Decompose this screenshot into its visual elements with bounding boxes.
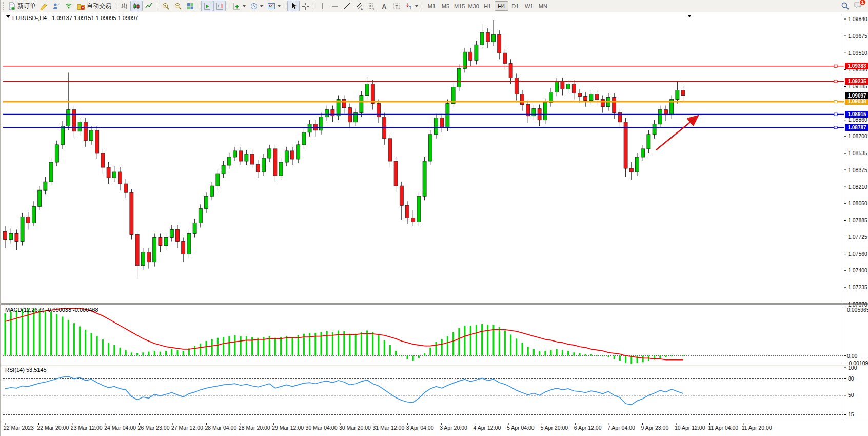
timeframe-h1-button[interactable]: H1	[481, 1, 495, 11]
price-tick-label: 1.09675	[848, 33, 867, 39]
candle	[584, 97, 587, 101]
indicators-caret-icon	[243, 5, 246, 7]
toolbar-grip[interactable]	[3, 2, 4, 10]
candle	[95, 130, 99, 153]
new-order-label: 新订单	[17, 2, 36, 10]
chart-menu-arrow-icon[interactable]	[6, 15, 10, 18]
rsi-line	[5, 376, 683, 405]
search-icon[interactable]	[841, 2, 850, 10]
line-handle[interactable]	[834, 100, 837, 103]
candle	[124, 184, 128, 192]
candle	[589, 94, 593, 101]
profiles-button[interactable]	[50, 1, 63, 11]
toolbar-separator	[422, 2, 423, 10]
horizontal-line-icon	[331, 2, 339, 10]
vertical-line-button[interactable]	[317, 1, 329, 11]
line-handle[interactable]	[834, 65, 837, 67]
candlestick-icon	[132, 2, 141, 10]
auto-trading-button[interactable]: 自动交易	[75, 1, 113, 11]
horizontal-line-button[interactable]	[329, 1, 341, 11]
chart-shift-button[interactable]	[213, 1, 226, 11]
time-label: 27 Mar 12:00	[171, 425, 203, 431]
text-button[interactable]: A	[378, 1, 390, 11]
arrows-button[interactable]	[403, 1, 420, 11]
cursor-button[interactable]	[287, 1, 300, 11]
trendline-icon	[343, 2, 351, 10]
timeframe-h4-button[interactable]: H4	[495, 1, 508, 11]
notification-badge: 1	[859, 0, 866, 6]
fibonacci-button[interactable]: F	[366, 1, 378, 11]
candle	[555, 82, 559, 92]
time-label: 28 Mar 04:00	[205, 425, 236, 431]
svg-text:E: E	[361, 7, 363, 10]
zoom-in-button[interactable]	[160, 1, 172, 11]
rsi-indicator-label: RSI(14) 53.5145	[5, 367, 47, 373]
time-label: 9 Apr 23:00	[641, 425, 669, 431]
timeframe-m5-button[interactable]: M5	[439, 1, 452, 11]
rsi-tick-label: 50	[848, 392, 854, 398]
candle	[388, 139, 392, 161]
candle	[199, 208, 202, 223]
zoom-in-icon	[162, 2, 170, 10]
line-chart-button[interactable]	[143, 1, 155, 11]
line-handle[interactable]	[834, 126, 837, 129]
templates-button[interactable]	[265, 1, 283, 11]
chart-ohlc-values: 1.09137 1.09151 1.09095 1.09097	[52, 15, 138, 21]
toolbar-separator	[115, 2, 116, 10]
tile-windows-button[interactable]	[184, 1, 196, 11]
trendline-button[interactable]	[341, 1, 353, 11]
candle	[480, 32, 484, 45]
time-label: 4 Apr 12:00	[474, 425, 501, 431]
timeframe-m30-button[interactable]: M30	[466, 1, 480, 11]
equidistant-channel-button[interactable]: E	[353, 1, 366, 11]
line-handle[interactable]	[834, 80, 837, 83]
toolbar-separator	[228, 2, 228, 10]
candle	[32, 206, 36, 223]
periods-button[interactable]	[248, 1, 265, 11]
time-label: 23 Mar 12:00	[71, 425, 103, 431]
chart-shift-icon	[215, 2, 224, 10]
indicators-button[interactable]	[230, 1, 248, 11]
crosshair-button[interactable]	[300, 1, 312, 11]
zoom-out-button[interactable]	[172, 1, 184, 11]
macd-panel-divider[interactable]	[1, 303, 868, 305]
bar-chart-button[interactable]	[118, 1, 130, 11]
arrow-annotation[interactable]	[656, 116, 698, 150]
candle	[348, 108, 352, 122]
candle	[365, 84, 369, 95]
candle	[515, 78, 518, 94]
timeframe-w1-button[interactable]: W1	[522, 1, 536, 11]
line-handle[interactable]	[834, 113, 837, 116]
timeframe-m15-button[interactable]: M15	[452, 1, 466, 11]
auto-scroll-button[interactable]	[201, 1, 213, 11]
candlestick-chart-button[interactable]	[130, 1, 143, 11]
candle	[417, 196, 421, 222]
timeframe-m1-button[interactable]: M1	[425, 1, 439, 11]
notifications-button[interactable]: 1	[854, 1, 863, 11]
signals-button[interactable]	[63, 1, 75, 11]
auto-trading-icon	[77, 2, 85, 10]
chart-canvas[interactable]	[1, 0, 868, 436]
bar-chart-icon	[120, 2, 128, 10]
label-button[interactable]: T	[390, 1, 403, 11]
candle	[629, 168, 633, 172]
candle	[498, 34, 501, 53]
line-price-tag: 1.08915	[845, 111, 868, 118]
new-order-button[interactable]: 新订单	[6, 1, 38, 11]
one-click-trading-arrow-icon[interactable]	[687, 15, 692, 17]
price-tick-label: 1.09840	[848, 16, 867, 22]
timeframe-d1-button[interactable]: D1	[508, 1, 522, 11]
styler-button[interactable]	[38, 1, 50, 11]
rsi-panel-divider[interactable]	[1, 365, 868, 366]
price-tick-label: 1.07885	[848, 217, 867, 223]
line-price-tag: 1.09383	[845, 63, 868, 69]
timeframe-mn-button[interactable]: MN	[536, 1, 550, 11]
price-tick-label: 1.07235	[848, 284, 867, 290]
current-price-tag: 1.09097	[845, 92, 868, 99]
price-tick-label: 1.07400	[848, 267, 867, 273]
time-label: 26 Mar 23:00	[138, 425, 170, 431]
candle	[440, 118, 444, 127]
candle	[457, 68, 461, 87]
fibonacci-icon: F	[368, 2, 376, 10]
candle	[233, 151, 237, 157]
